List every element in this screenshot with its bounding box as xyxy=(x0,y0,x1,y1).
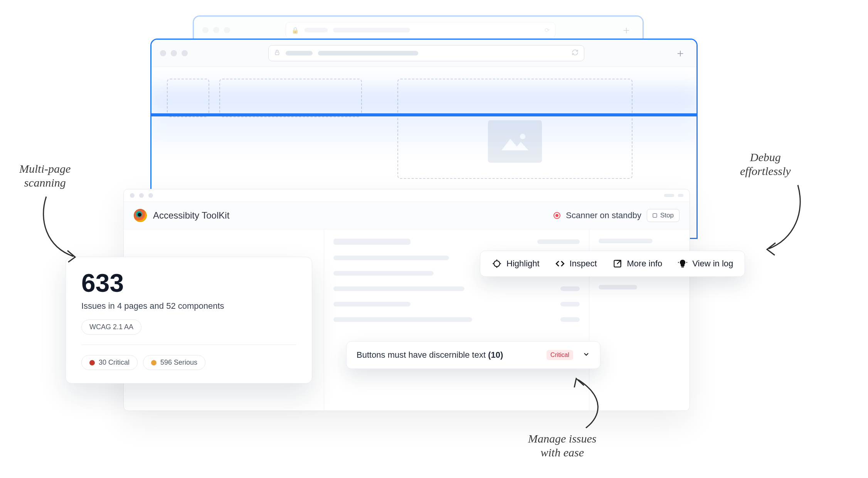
lock-icon: 🔒 xyxy=(291,27,299,34)
svg-rect-0 xyxy=(275,52,279,55)
image-placeholder-icon xyxy=(500,131,530,152)
scan-line xyxy=(151,113,696,116)
serious-count-pill[interactable]: 596 Serious xyxy=(143,355,205,370)
annotation-multipage: Multi-page scanning xyxy=(19,162,71,190)
severity-tag: Critical xyxy=(547,350,573,360)
stop-icon xyxy=(653,213,657,218)
traffic-lights xyxy=(160,50,188,56)
scanner-status-icon xyxy=(553,212,560,219)
more-info-button[interactable]: More info xyxy=(612,259,663,269)
critical-dot-icon xyxy=(89,360,95,365)
view-in-log-button[interactable]: View in log xyxy=(678,259,733,269)
inspect-icon xyxy=(555,259,565,269)
svg-point-2 xyxy=(520,134,525,139)
summary-subtext: Issues in 4 pages and 52 components xyxy=(81,301,296,311)
wcag-badge[interactable]: WCAG 2.1 AA xyxy=(81,320,141,335)
arrow-icon xyxy=(759,181,809,258)
debug-action-bar: Highlight Inspect More info View in log xyxy=(480,251,745,277)
serious-dot-icon xyxy=(151,360,156,365)
lock-icon xyxy=(274,49,280,57)
arrow-icon xyxy=(31,193,89,266)
traffic-lights xyxy=(202,27,230,33)
total-issues-count: 633 xyxy=(81,270,296,296)
svg-line-9 xyxy=(617,260,621,264)
highlight-button[interactable]: Highlight xyxy=(492,259,540,269)
scanner-status-text: Scanner on standby xyxy=(566,210,641,220)
issue-title: Buttons must have discernible text (10) xyxy=(357,350,503,360)
highlight-icon xyxy=(492,259,502,269)
inspect-button[interactable]: Inspect xyxy=(555,259,597,269)
bulb-icon xyxy=(678,259,688,269)
new-tab-button[interactable]: ＋ xyxy=(619,22,634,38)
address-bar[interactable] xyxy=(268,45,584,61)
external-link-icon xyxy=(612,259,622,269)
summary-card: 633 Issues in 4 pages and 52 components … xyxy=(66,257,312,384)
arrow-icon xyxy=(563,374,613,432)
svg-marker-1 xyxy=(501,139,528,150)
app-title: Accessibity ToolKit xyxy=(153,210,229,221)
annotation-debug: Debug effortlessly xyxy=(740,150,791,178)
annotation-manage: Manage issues with ease xyxy=(528,432,596,459)
traffic-lights xyxy=(130,193,153,198)
stop-button[interactable]: Stop xyxy=(647,209,680,222)
svg-point-3 xyxy=(494,261,500,266)
chevron-down-icon[interactable] xyxy=(582,350,590,360)
issue-row[interactable]: Buttons must have discernible text (10) … xyxy=(346,341,601,369)
new-tab-button[interactable]: ＋ xyxy=(673,45,688,61)
critical-count-pill[interactable]: 30 Critical xyxy=(81,355,138,370)
refresh-icon[interactable] xyxy=(572,49,579,57)
app-logo-icon xyxy=(134,209,147,222)
refresh-icon[interactable]: ⟳ xyxy=(545,27,550,34)
address-bar[interactable]: 🔒 ⟳ xyxy=(286,22,555,38)
